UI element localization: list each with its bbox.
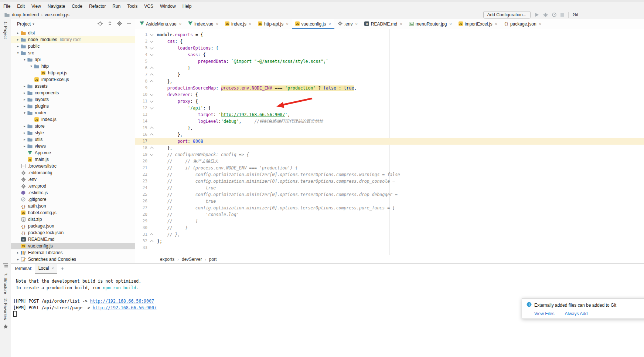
menu-view[interactable]: View [28, 2, 44, 10]
tree-item-.env[interactable]: .env [11, 176, 135, 183]
code-line-15[interactable]: 15 }, [135, 125, 644, 131]
tree-item-router[interactable]: ▾router [11, 110, 135, 116]
close-icon[interactable]: × [539, 22, 541, 26]
tree-item-views[interactable]: ▸views [11, 143, 135, 149]
tree-item-.gitignore[interactable]: .gitignore [11, 196, 135, 203]
code-text[interactable]: '/api': { [156, 105, 644, 111]
menu-vcs[interactable]: VCS [141, 2, 157, 10]
view-files-link[interactable]: View Files [534, 311, 554, 316]
tree-item-.env.prod[interactable]: .env.prod [11, 183, 135, 189]
code-line-8[interactable]: 8 }, [135, 78, 644, 85]
chevron-right-icon[interactable]: ▸ [16, 31, 20, 35]
always-add-link[interactable]: Always Add [565, 311, 587, 316]
fold-marker-icon[interactable] [147, 231, 156, 238]
code-line-7[interactable]: 7 } [135, 71, 644, 78]
tree-item-assets[interactable]: ▸assets [11, 83, 135, 90]
chevron-down-icon[interactable]: ▾ [33, 22, 34, 26]
code-line-11[interactable]: 11 proxy: { [135, 98, 644, 105]
chevron-right-icon[interactable]: ▸ [22, 84, 27, 88]
close-icon[interactable]: × [400, 22, 402, 26]
code-line-3[interactable]: 3 loaderOptions: { [135, 45, 644, 51]
chevron-down-icon[interactable]: ▾ [22, 58, 27, 61]
chevron-down-icon[interactable]: ▾ [16, 51, 20, 55]
code-line-22[interactable]: 22 // config.optimization.minimizer[0].o… [135, 171, 644, 178]
code-text[interactable]: productionSourceMap: process.env.NODE_EN… [156, 85, 644, 91]
tree-item-main.js[interactable]: JSmain.js [11, 156, 135, 163]
code-line-21[interactable]: 21 // if (process.env.NODE_ENV === 'prod… [135, 165, 644, 171]
code-line-13[interactable]: 13 target: 'http://192.168.66.56:9007', [135, 111, 644, 118]
code-line-12[interactable]: 12 '/api': { [135, 105, 644, 111]
code-text[interactable]: // }, [156, 231, 644, 238]
menu-refactor[interactable]: Refactor [86, 2, 109, 10]
code-text[interactable]: target: 'http://192.168.66.56:9007', [156, 111, 644, 118]
tree-item-package.json[interactable]: {}package.json [11, 223, 135, 229]
settings-gear-icon[interactable] [117, 21, 122, 27]
code-text[interactable]: // if (process.env.NODE_ENV === 'product… [156, 165, 644, 171]
code-text[interactable]: prependData: `@import "~@/assets/scss/st… [156, 58, 644, 65]
code-text[interactable]: // ] [156, 218, 644, 225]
menu-tools[interactable]: Tools [124, 2, 141, 10]
code-editor[interactable]: 1module.exports = {2 css: {3 loaderOptio… [135, 29, 644, 255]
code-line-26[interactable]: 26 // true [135, 198, 644, 205]
add-configuration-button[interactable]: Add Configuration... [483, 11, 531, 18]
fold-marker-icon[interactable] [147, 125, 156, 131]
tree-item-importExcel.js[interactable]: JSimportExcel.js [11, 76, 135, 83]
terminal-link[interactable]: http://192.168.66.56:9007 [90, 299, 154, 304]
tree-item-index.js[interactable]: JSindex.js [11, 116, 135, 123]
code-text[interactable]: loaderOptions: { [156, 45, 644, 51]
tree-item-http-api.js[interactable]: JShttp-api.js [11, 70, 135, 76]
code-text[interactable]: }; [156, 238, 644, 245]
code-text[interactable]: // // 生产去除日志 [156, 158, 644, 165]
fold-marker-icon[interactable] [147, 31, 156, 38]
fold-marker-icon[interactable] [147, 78, 156, 85]
menu-edit[interactable]: Edit [14, 2, 28, 10]
code-text[interactable]: // } [156, 225, 644, 231]
code-line-28[interactable]: 28 // 'console.log' [135, 211, 644, 218]
code-text[interactable]: // config.optimization.minimizer[0].opti… [156, 178, 644, 185]
code-line-30[interactable]: 30 // } [135, 225, 644, 231]
fold-marker-icon[interactable] [147, 131, 156, 138]
tree-item-components[interactable]: ▸components [11, 90, 135, 96]
code-line-5[interactable]: 5 prependData: `@import "~@/assets/scss/… [135, 58, 644, 65]
tree-item-api[interactable]: ▾api [11, 56, 135, 63]
tree-item-store[interactable]: ▸store [11, 123, 135, 129]
project-panel-title[interactable]: Project [17, 21, 31, 27]
code-line-4[interactable]: 4 sass: { [135, 51, 644, 58]
code-line-2[interactable]: 2 css: { [135, 38, 644, 45]
code-text[interactable]: // true [156, 185, 644, 191]
editor-tab-README.md[interactable]: MREADME.md× [361, 19, 406, 29]
code-line-33[interactable]: 33 [135, 245, 644, 251]
tree-item-babel.config.js[interactable]: JSbabel.config.js [11, 209, 135, 216]
breadcrumb-file[interactable]: vue.config.js [45, 12, 69, 17]
code-line-18[interactable]: 18 }, [135, 145, 644, 151]
code-line-9[interactable]: 9 productionSourceMap: process.env.NODE_… [135, 85, 644, 91]
code-text[interactable]: logLevel:'debug', //控制台终端打印代理前的真实地址 [156, 118, 644, 125]
tree-item-style[interactable]: ▸style [11, 129, 135, 136]
menu-code[interactable]: Code [68, 2, 86, 10]
code-text[interactable] [156, 245, 644, 251]
fold-marker-icon[interactable] [147, 65, 156, 71]
profiler-icon[interactable] [552, 13, 556, 17]
close-icon[interactable]: × [286, 22, 288, 26]
tree-item-src[interactable]: ▾src [11, 50, 135, 56]
editor-tab-menuRouter.jpg[interactable]: menuRouter.jpg× [406, 19, 455, 29]
code-text[interactable]: port: 8008 [156, 138, 644, 145]
chevron-right-icon[interactable]: ▸ [22, 124, 27, 128]
chevron-down-icon[interactable]: ▾ [29, 64, 34, 68]
editor-tab-index.vue[interactable]: index.vue× [185, 19, 222, 29]
code-text[interactable]: module.exports = { [156, 31, 644, 38]
code-text[interactable]: // configureWebpack: config => { [156, 151, 644, 158]
tree-item-package-lock.json[interactable]: {}package-lock.json [11, 229, 135, 236]
new-terminal-session-icon[interactable]: + [57, 266, 68, 272]
tree-item-http[interactable]: ▾http [11, 63, 135, 70]
code-line-24[interactable]: 24 // true [135, 185, 644, 191]
run-icon[interactable] [535, 13, 539, 17]
editor-tab-index.js[interactable]: JSindex.js× [222, 19, 255, 29]
code-text[interactable]: proxy: { [156, 98, 644, 105]
tree-item-dist.zip[interactable]: dist.zip [11, 216, 135, 223]
code-line-19[interactable]: 19 // configureWebpack: config => { [135, 151, 644, 158]
code-line-20[interactable]: 20 // // 生产去除日志 [135, 158, 644, 165]
chevron-right-icon[interactable]: ▸ [16, 38, 20, 41]
chevron-down-icon[interactable]: ▾ [22, 111, 27, 115]
menu-navigate[interactable]: Navigate [44, 2, 68, 10]
